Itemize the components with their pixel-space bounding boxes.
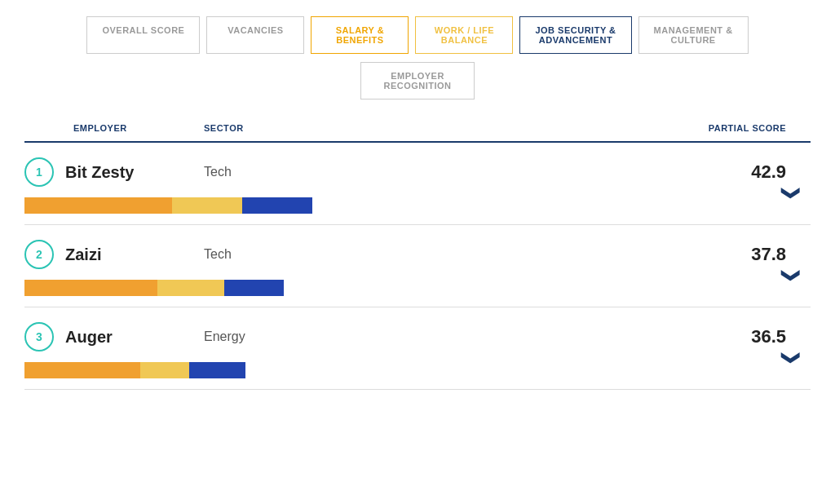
sector-tech-2: Tech: [204, 247, 367, 262]
bar-orange-2: [24, 280, 157, 296]
tab-job-security[interactable]: JOB SECURITY &ADVANCEMENT: [519, 16, 631, 54]
employer-row-2: 2 Zaizi Tech 37.8 ❯: [24, 225, 811, 307]
bar-yellow-3: [140, 362, 189, 378]
employer-name-auger: Auger: [65, 328, 196, 347]
tab-management-culture[interactable]: MANAGEMENT &CULTURE: [638, 16, 749, 54]
bar-orange-1: [24, 197, 172, 214]
bar-blue-2: [224, 280, 284, 296]
employer-name-bit-zesty: Bit Zesty: [65, 163, 196, 182]
tab-employer-recognition[interactable]: EMPLOYERRECOGNITION: [360, 62, 475, 99]
bar-container-2: [24, 280, 375, 296]
tab-bar-row2: EMPLOYERRECOGNITION: [24, 62, 811, 99]
sector-energy: Energy: [204, 329, 367, 344]
employer-info-auger: 3 Auger Energy 36.5: [24, 307, 811, 360]
employer-info-zaizi: 2 Zaizi Tech 37.8: [24, 225, 811, 277]
page-wrapper: OVERALL SCORE VACANCIES SALARY &BENEFITS…: [0, 0, 835, 406]
rank-badge-2: 2: [24, 240, 54, 269]
bar-orange-3: [24, 362, 140, 378]
bar-container-3: [24, 362, 375, 378]
bar-yellow-1: [172, 197, 242, 214]
bar-row-3: ❯: [24, 360, 811, 389]
score-bit-zesty: 42.9: [367, 161, 811, 183]
bar-blue-3: [189, 362, 245, 378]
chevron-2[interactable]: ❯: [780, 268, 802, 307]
tab-overall-score[interactable]: OVERALL SCORE: [86, 16, 200, 54]
employer-row-3: 3 Auger Energy 36.5 ❯: [24, 307, 811, 390]
chevron-1[interactable]: ❯: [780, 186, 802, 225]
sector-tech-1: Tech: [204, 165, 367, 179]
bar-blue-1: [242, 197, 312, 214]
header-partial-score: PARTIAL SCORE: [709, 123, 786, 133]
bar-yellow-2: [157, 280, 224, 296]
chevron-3[interactable]: ❯: [780, 351, 802, 390]
employer-name-zaizi: Zaizi: [65, 245, 196, 264]
score-zaizi: 37.8: [367, 244, 811, 265]
table-header: EMPLOYER SECTOR PARTIAL SCORE: [24, 120, 811, 143]
tab-vacancies[interactable]: VACANCIES: [206, 16, 304, 54]
bar-row-1: ❯: [24, 195, 811, 224]
bar-row-2: ❯: [24, 277, 811, 307]
tab-bar-row1: OVERALL SCORE VACANCIES SALARY &BENEFITS…: [24, 16, 811, 54]
score-auger: 36.5: [367, 326, 811, 347]
rank-badge-1: 1: [24, 157, 54, 187]
employer-info-bit-zesty: 1 Bit Zesty Tech 42.9: [24, 143, 811, 195]
header-employer: EMPLOYER: [73, 123, 127, 133]
header-sector: SECTOR: [204, 123, 244, 133]
employer-row-1: 1 Bit Zesty Tech 42.9 ❯: [24, 143, 811, 225]
tab-salary-benefits[interactable]: SALARY &BENEFITS: [311, 16, 409, 54]
bar-container-1: [24, 197, 375, 214]
tab-work-life-balance[interactable]: WORK / LIFEBALANCE: [415, 16, 513, 54]
rank-badge-3: 3: [24, 322, 54, 351]
